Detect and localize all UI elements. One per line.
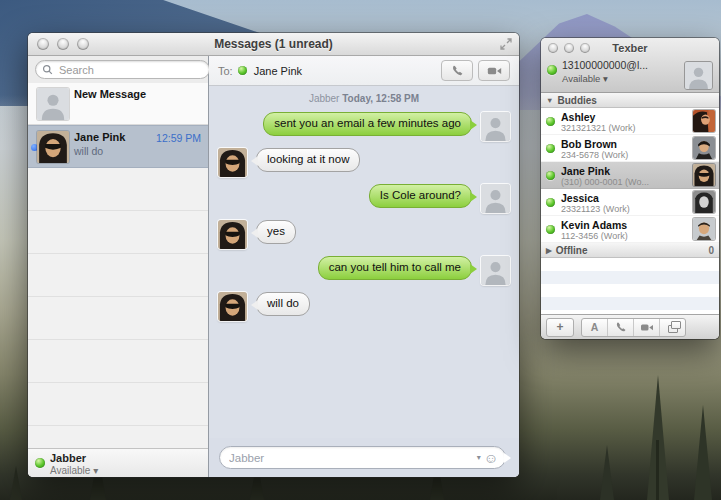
audio-call-button[interactable] — [608, 319, 634, 336]
message-row: yes — [218, 220, 510, 249]
group-header-offline[interactable]: ▶ Offline 0 — [541, 243, 719, 258]
buddy-row-jessica[interactable]: Jessica 23321123 (Work) — [541, 189, 719, 216]
account-status-bar: Jabber Available ▾ — [28, 448, 208, 477]
video-camera-icon — [487, 67, 500, 74]
minimize-button[interactable] — [57, 38, 69, 50]
empty-conversation-rows — [28, 168, 208, 448]
avatar — [693, 191, 715, 213]
status-dropdown[interactable]: Available ▾ — [50, 465, 202, 476]
tree-silhouette — [10, 466, 22, 500]
avatar — [37, 131, 69, 163]
input-options-arrow-icon[interactable]: ▾ — [477, 453, 481, 462]
buddy-detail: (310) 000-0001 (Wo... — [561, 177, 689, 188]
empty-buddy-rows — [541, 258, 719, 311]
conversation-name: New Message — [74, 88, 202, 102]
chevron-down-icon: ▾ — [93, 465, 98, 476]
tree-silhouette — [694, 405, 712, 500]
avatar — [481, 256, 510, 285]
incoming-bubble: will do — [256, 292, 310, 316]
outgoing-bubble: Is Cole around? — [369, 184, 472, 208]
search-field[interactable] — [35, 60, 210, 79]
desktop: Messages (1 unread) — [0, 0, 721, 500]
avatar — [218, 148, 247, 177]
tree-silhouette — [600, 445, 614, 500]
account-id: 13100000000@l... — [562, 59, 679, 71]
buddy-list-window: Texber 13100000000@l... Available ▾ ▼ Bu… — [541, 38, 719, 339]
messages-window: Messages (1 unread) — [28, 33, 519, 477]
phone-icon — [616, 323, 625, 332]
conversation-row-jane-pink[interactable]: Jane Pink 12:59 PM will do — [28, 125, 208, 168]
message-row: Is Cole around? — [218, 184, 510, 213]
message-input[interactable] — [227, 451, 477, 465]
buddy-detail: 234-5678 (Work) — [561, 150, 689, 161]
chat-header: To: Jane Pink — [209, 56, 519, 86]
message-row: looking at it now — [218, 148, 510, 177]
zoom-button[interactable] — [77, 38, 89, 50]
conversation-time: 12:59 PM — [156, 132, 201, 144]
account-avatar[interactable] — [684, 61, 713, 90]
avatar — [693, 164, 715, 186]
buddy-name: Bob Brown — [561, 138, 689, 150]
disclosure-closed-icon: ▶ — [546, 246, 552, 255]
chat-log: Jabber Today, 12:58 PM sent you an email… — [209, 86, 519, 438]
font-button[interactable]: A — [582, 319, 608, 336]
avatar — [218, 292, 247, 321]
group-header-buddies[interactable]: ▼ Buddies — [541, 93, 719, 108]
avatar — [481, 112, 510, 141]
buddy-name: Ashley — [561, 111, 689, 123]
overlapping-windows-icon — [668, 325, 678, 333]
online-status-icon — [546, 198, 555, 207]
service-name: Jabber — [50, 452, 202, 465]
search-input[interactable] — [57, 63, 203, 77]
add-buddy-button[interactable]: + — [546, 318, 574, 337]
messages-titlebar[interactable]: Messages (1 unread) — [28, 33, 519, 56]
close-button[interactable] — [37, 38, 49, 50]
window-title: Texber — [541, 42, 719, 54]
avatar — [481, 184, 510, 213]
conversation-preview: will do — [74, 145, 202, 158]
search-icon — [42, 64, 53, 75]
online-status-icon — [546, 144, 555, 153]
to-label: To: — [218, 65, 233, 77]
fullscreen-icon[interactable] — [499, 37, 513, 51]
avatar — [693, 110, 715, 132]
disclosure-open-icon: ▼ — [546, 96, 553, 105]
avatar — [218, 220, 247, 249]
avatar — [37, 88, 69, 120]
tree-trunk — [656, 440, 659, 500]
buddy-row-bob-brown[interactable]: Bob Brown 234-5678 (Work) — [541, 135, 719, 162]
status-dropdown[interactable]: Available ▾ — [562, 73, 608, 84]
outgoing-bubble: sent you an email a few minutes ago — [263, 112, 472, 136]
message-row: can you tell him to call me — [218, 256, 510, 285]
audio-call-button[interactable] — [441, 60, 473, 81]
conversation-row-new-message[interactable]: New Message — [28, 83, 208, 125]
session-timestamp: Jabber Today, 12:58 PM — [218, 93, 510, 104]
online-status-icon — [35, 458, 45, 468]
buddy-name: Kevin Adams — [561, 219, 689, 231]
message-row: will do — [218, 292, 510, 321]
online-status-icon — [546, 117, 555, 126]
buddy-name: Jane Pink — [561, 165, 689, 177]
emoji-smiley-icon[interactable]: ☺ — [484, 451, 498, 465]
incoming-bubble: yes — [256, 220, 296, 244]
buddy-row-kevin-adams[interactable]: Kevin Adams 112-3456 (Work) — [541, 216, 719, 243]
online-status-icon — [547, 65, 557, 75]
buddy-detail: 112-3456 (Work) — [561, 231, 689, 242]
message-input-bar: ▾ ☺ — [209, 438, 519, 477]
message-input-field[interactable]: ▾ ☺ — [219, 446, 506, 469]
window-title: Messages (1 unread) — [28, 33, 519, 55]
avatar — [693, 137, 715, 159]
avatar — [693, 218, 715, 240]
screen-share-button[interactable] — [660, 319, 685, 336]
online-status-icon — [546, 225, 555, 234]
buddy-row-ashley[interactable]: Ashley 321321321 (Work) — [541, 108, 719, 135]
video-call-button[interactable] — [478, 60, 510, 81]
buddy-toolbar: + A — [541, 314, 719, 339]
recipient-online-icon — [238, 66, 247, 75]
action-segmented-control: A — [581, 318, 686, 337]
buddy-window-header[interactable]: Texber 13100000000@l... Available ▾ — [541, 38, 719, 93]
buddy-name: Jessica — [561, 192, 689, 204]
offline-count-badge: 0 — [708, 245, 714, 256]
buddy-row-jane-pink[interactable]: Jane Pink (310) 000-0001 (Wo... — [541, 162, 719, 189]
video-call-button[interactable] — [634, 319, 660, 336]
